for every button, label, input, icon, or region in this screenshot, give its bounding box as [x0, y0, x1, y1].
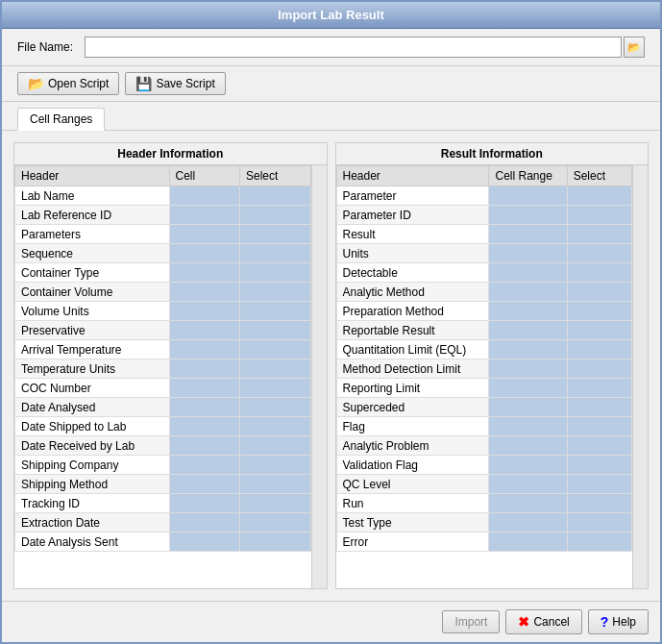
cell-value[interactable]: [169, 225, 239, 244]
select-cell[interactable]: [240, 244, 311, 263]
cellrange-value[interactable]: [489, 340, 567, 359]
select-cell[interactable]: [240, 456, 311, 475]
select-cell[interactable]: [240, 283, 311, 302]
cellrange-value[interactable]: [489, 244, 567, 263]
cell-value[interactable]: [169, 321, 239, 340]
cellrange-value[interactable]: [489, 379, 567, 398]
select-cell[interactable]: [240, 186, 311, 206]
import-button[interactable]: Import: [442, 610, 500, 633]
select-cell[interactable]: [240, 225, 311, 244]
select-cell[interactable]: [240, 436, 311, 456]
select-cell[interactable]: [240, 206, 311, 225]
cellrange-value[interactable]: [489, 283, 567, 302]
result-select-cell[interactable]: [567, 456, 631, 475]
result-select-cell[interactable]: [567, 436, 631, 456]
result-header-cell: Flag: [336, 417, 489, 436]
select-cell[interactable]: [240, 321, 311, 340]
cell-value[interactable]: [169, 513, 239, 533]
cell-value[interactable]: [169, 206, 239, 225]
cellrange-value[interactable]: [489, 302, 567, 321]
result-select-cell[interactable]: [567, 513, 631, 533]
result-table-scroll[interactable]: Header Cell Range Select Parameter Param…: [336, 165, 633, 588]
table-row: Arrival Temperature: [15, 340, 311, 359]
select-cell[interactable]: [240, 302, 311, 321]
header-cell: Extraction Date: [15, 513, 170, 533]
header-table-scroll[interactable]: Header Cell Select Lab Name Lab Referenc…: [14, 165, 311, 588]
select-cell[interactable]: [240, 417, 311, 436]
result-select-cell[interactable]: [567, 321, 631, 340]
cellrange-value[interactable]: [489, 533, 567, 552]
result-select-cell[interactable]: [567, 302, 631, 321]
cellrange-value[interactable]: [489, 398, 567, 417]
select-cell[interactable]: [240, 398, 311, 417]
cell-value[interactable]: [169, 283, 239, 302]
cell-value[interactable]: [169, 533, 239, 552]
cell-value[interactable]: [169, 263, 239, 283]
select-cell[interactable]: [240, 513, 311, 533]
cell-value[interactable]: [169, 244, 239, 263]
cellrange-value[interactable]: [489, 225, 567, 244]
result-select-cell[interactable]: [567, 417, 631, 436]
select-cell[interactable]: [240, 475, 311, 494]
cellrange-value[interactable]: [489, 206, 567, 225]
result-select-cell[interactable]: [567, 475, 631, 494]
cell-value[interactable]: [169, 302, 239, 321]
cellrange-value[interactable]: [489, 186, 567, 206]
cell-value[interactable]: [169, 398, 239, 417]
result-select-cell[interactable]: [567, 494, 631, 513]
result-select-cell[interactable]: [567, 398, 631, 417]
cell-value[interactable]: [169, 475, 239, 494]
result-header-cell: Test Type: [336, 513, 489, 533]
result-scrollbar[interactable]: [632, 165, 648, 588]
cell-value[interactable]: [169, 186, 239, 206]
select-cell[interactable]: [240, 494, 311, 513]
select-cell[interactable]: [240, 359, 311, 379]
select-cell[interactable]: [240, 533, 311, 552]
select-cell[interactable]: [240, 263, 311, 283]
result-select-cell[interactable]: [567, 186, 631, 206]
table-row: Quantitation Limit (EQL): [336, 340, 632, 359]
table-row: Detectable: [336, 263, 632, 283]
cellrange-value[interactable]: [489, 475, 567, 494]
cellrange-value[interactable]: [489, 359, 567, 379]
cell-value[interactable]: [169, 340, 239, 359]
cell-value[interactable]: [169, 436, 239, 456]
cellrange-value[interactable]: [489, 513, 567, 533]
result-select-cell[interactable]: [567, 359, 631, 379]
table-row: Container Type: [15, 263, 311, 283]
cellrange-value[interactable]: [489, 417, 567, 436]
result-select-cell[interactable]: [567, 225, 631, 244]
cellrange-value[interactable]: [489, 321, 567, 340]
window-title: Import Lab Result: [278, 8, 384, 22]
result-select-cell[interactable]: [567, 533, 631, 552]
table-row: Test Type: [336, 513, 632, 533]
cell-value[interactable]: [169, 359, 239, 379]
table-row: Parameter: [336, 186, 632, 206]
cell-value[interactable]: [169, 456, 239, 475]
cell-value[interactable]: [169, 379, 239, 398]
help-button[interactable]: ? Help: [588, 609, 649, 634]
cell-value[interactable]: [169, 494, 239, 513]
cellrange-value[interactable]: [489, 436, 567, 456]
file-input[interactable]: [85, 37, 622, 58]
browse-button[interactable]: 📂: [624, 37, 645, 58]
select-cell[interactable]: [240, 379, 311, 398]
table-row: Preparation Method: [336, 302, 632, 321]
result-select-cell[interactable]: [567, 206, 631, 225]
cellrange-value[interactable]: [489, 494, 567, 513]
save-script-button[interactable]: 💾 Save Script: [125, 72, 225, 95]
header-scrollbar[interactable]: [311, 165, 327, 588]
result-select-cell[interactable]: [567, 379, 631, 398]
cellrange-value[interactable]: [489, 263, 567, 283]
select-cell[interactable]: [240, 340, 311, 359]
open-script-button[interactable]: 📂 Open Script: [17, 72, 119, 95]
result-select-cell[interactable]: [567, 340, 631, 359]
cancel-button[interactable]: ✖ Cancel: [505, 609, 581, 634]
result-select-cell[interactable]: [567, 244, 631, 263]
result-select-cell[interactable]: [567, 283, 631, 302]
header-cell: Volume Units: [15, 302, 170, 321]
result-select-cell[interactable]: [567, 263, 631, 283]
tab-cell-ranges[interactable]: Cell Ranges: [17, 108, 105, 131]
cell-value[interactable]: [169, 417, 239, 436]
cellrange-value[interactable]: [489, 456, 567, 475]
